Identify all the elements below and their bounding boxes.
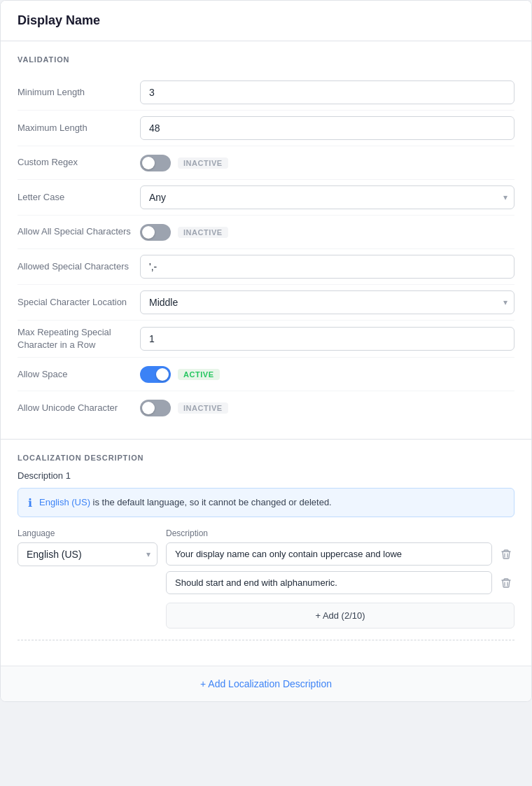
allow-unicode-badge: INACTIVE bbox=[178, 402, 228, 414]
description-col-header: Description bbox=[166, 528, 514, 538]
trash-icon bbox=[500, 549, 512, 560]
allow-space-row: Allow Space ACTIVE bbox=[18, 358, 514, 391]
custom-regex-badge: INACTIVE bbox=[178, 157, 228, 169]
allow-all-special-row: Allow All Special Characters INACTIVE bbox=[18, 216, 514, 249]
max-length-label: Maximum Length bbox=[18, 122, 140, 134]
max-length-input[interactable] bbox=[140, 116, 514, 140]
localization-heading: LOCALIZATION DESCRIPTION bbox=[18, 454, 514, 462]
max-repeating-control bbox=[140, 327, 514, 351]
description-input-1[interactable] bbox=[166, 542, 492, 566]
info-highlight: English (US) bbox=[39, 497, 90, 507]
description-column: Description bbox=[166, 528, 514, 629]
localization-section: LOCALIZATION DESCRIPTION Description 1 ℹ… bbox=[1, 440, 531, 666]
validation-heading: VALIDATION bbox=[18, 55, 514, 64]
description-label: Description 1 bbox=[18, 470, 514, 481]
language-column: Language English (US) ▾ bbox=[18, 528, 158, 629]
page-header: Display Name bbox=[1, 1, 531, 41]
allow-all-special-label: Allow All Special Characters bbox=[18, 225, 140, 238]
letter-case-row: Letter Case Any Uppercase Lowercase Mixe… bbox=[18, 180, 514, 216]
max-length-row: Maximum Length bbox=[18, 111, 514, 146]
allowed-special-label: Allowed Special Characters bbox=[18, 260, 140, 273]
delete-description-1-button[interactable] bbox=[498, 546, 514, 563]
allow-unicode-toggle[interactable] bbox=[140, 400, 171, 416]
letter-case-label: Letter Case bbox=[18, 191, 140, 204]
allow-space-toggle[interactable] bbox=[140, 366, 171, 383]
info-icon: ℹ bbox=[28, 496, 32, 510]
allow-unicode-control: INACTIVE bbox=[140, 400, 514, 416]
allow-all-special-toggle[interactable] bbox=[140, 224, 171, 241]
custom-regex-row: Custom Regex INACTIVE bbox=[18, 146, 514, 180]
special-char-location-select[interactable]: Middle Start End Anywhere bbox=[140, 290, 514, 314]
add-description-button[interactable]: + Add (2/10) bbox=[166, 603, 514, 629]
language-select-wrapper: English (US) ▾ bbox=[18, 542, 158, 566]
allow-all-special-badge: INACTIVE bbox=[178, 227, 228, 238]
min-length-label: Minimum Length bbox=[18, 86, 140, 99]
allowed-special-row: Allowed Special Characters bbox=[18, 249, 514, 285]
custom-regex-control: INACTIVE bbox=[140, 155, 514, 171]
section-divider bbox=[18, 640, 514, 640]
min-length-input[interactable] bbox=[140, 80, 514, 104]
trash-icon-2 bbox=[500, 577, 512, 589]
allow-all-special-control: INACTIVE bbox=[140, 224, 514, 241]
language-select[interactable]: English (US) bbox=[18, 542, 158, 566]
letter-case-control: Any Uppercase Lowercase Mixed ▾ bbox=[140, 185, 514, 209]
max-length-control bbox=[140, 116, 514, 140]
description-row-1 bbox=[166, 542, 514, 566]
special-char-location-control: Middle Start End Anywhere ▾ bbox=[140, 290, 514, 314]
min-length-control bbox=[140, 80, 514, 104]
description-row-2 bbox=[166, 571, 514, 594]
allow-space-control: ACTIVE bbox=[140, 366, 514, 383]
footer-section: + Add Localization Description bbox=[1, 666, 531, 701]
letter-case-select[interactable]: Any Uppercase Lowercase Mixed bbox=[140, 185, 514, 209]
max-repeating-input[interactable] bbox=[140, 327, 514, 351]
add-localization-button[interactable]: + Add Localization Description bbox=[200, 678, 332, 689]
validation-section: VALIDATION Minimum Length Maximum Length… bbox=[1, 41, 531, 440]
allow-space-label: Allow Space bbox=[18, 368, 140, 381]
page-title: Display Name bbox=[18, 13, 100, 27]
special-char-location-row: Special Character Location Middle Start … bbox=[18, 285, 514, 321]
allowed-special-input[interactable] bbox=[140, 255, 514, 279]
delete-description-2-button[interactable] bbox=[498, 575, 514, 591]
allowed-special-control bbox=[140, 255, 514, 279]
min-length-row: Minimum Length bbox=[18, 75, 514, 111]
max-repeating-label: Max Repeating Special Character in a Row bbox=[18, 326, 140, 351]
loc-fields: Language English (US) ▾ Description bbox=[18, 528, 514, 629]
allow-unicode-label: Allow Unicode Character bbox=[18, 402, 140, 414]
max-repeating-row: Max Repeating Special Character in a Row bbox=[18, 321, 514, 358]
language-col-header: Language bbox=[18, 528, 158, 538]
info-text: English (US) is the default language, so… bbox=[39, 496, 332, 510]
info-banner: ℹ English (US) is the default language, … bbox=[18, 488, 514, 517]
special-char-location-label: Special Character Location bbox=[18, 296, 140, 309]
description-input-2[interactable] bbox=[166, 571, 492, 594]
allow-unicode-row: Allow Unicode Character INACTIVE bbox=[18, 391, 514, 425]
custom-regex-label: Custom Regex bbox=[18, 156, 140, 169]
custom-regex-toggle[interactable] bbox=[140, 155, 171, 171]
allow-space-badge: ACTIVE bbox=[178, 369, 220, 380]
